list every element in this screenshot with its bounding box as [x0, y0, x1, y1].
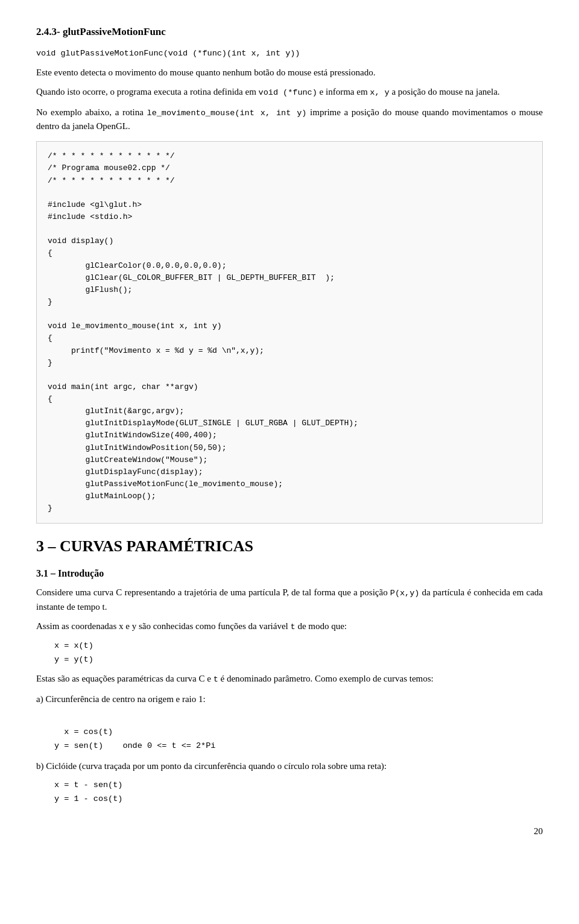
func-signature-code: void glutPassiveMotionFunc(void (*func)(… [36, 49, 300, 58]
para2-end: a posição do mouse na janela. [390, 87, 500, 97]
example-b-eq: x = t - sen(t) y = 1 - cos(t) [54, 779, 543, 806]
section31-para3-start: Estas são as equações paramétricas da cu… [36, 674, 214, 683]
para3: No exemplo abaixo, a rotina le_movimento… [36, 106, 543, 133]
para3-start: No exemplo abaixo, a rotina [36, 107, 147, 117]
example-a-condition-code: 0 <= t <= 2*Pi [147, 741, 215, 750]
example-a-eq: x = cos(t) y = sen(t) onde 0 <= t <= 2*P… [54, 712, 543, 753]
section31-para1-start: Considere uma curva C representando a tr… [36, 587, 390, 597]
section31-para2: Assim as coordenadas x e y são conhecida… [36, 619, 543, 633]
section31-para3-end: é denominado parâmetro. Como exemplo de … [218, 674, 434, 683]
section31-para3: Estas são as equações paramétricas da cu… [36, 672, 543, 686]
section-243-title: 2.4.3- glutPassiveMotionFunc [36, 24, 543, 40]
section31-title: 3.1 – Introdução [36, 566, 543, 581]
section31-para1-code: P(x,y) [390, 589, 420, 598]
func-signature-para: void glutPassiveMotionFunc(void (*func)(… [36, 46, 543, 60]
section31-para1: Considere uma curva C representando a tr… [36, 586, 543, 613]
example-a-label: a) Circunferência de centro na origem e … [36, 692, 543, 706]
example-a-condition-start: onde [122, 741, 147, 750]
section31-para3-code: t [214, 675, 218, 684]
para2-mid: e informa em [317, 87, 370, 97]
section31-para2-end: de modo que: [296, 621, 347, 631]
para2-start: Quando isto ocorre, o programa executa a… [36, 87, 259, 97]
section31-para2-start: Assim as coordenadas x e y são conhecida… [36, 621, 291, 631]
code-block: /* * * * * * * * * * * * */ /* Programa … [36, 141, 543, 524]
para3-code: le_movimento_mouse(int x, int y) [147, 109, 307, 118]
parametric-eq1: x = x(t) y = y(t) [54, 639, 543, 667]
chapter3-title: 3 – CURVAS PARAMÉTRICAS [36, 534, 543, 558]
para2-code2: x, y [370, 88, 389, 97]
example-b-label: b) Ciclóide (curva traçada por um ponto … [36, 759, 543, 773]
example-a-eq-text: x = cos(t) y = sen(t) onde 0 <= t <= 2*P… [54, 727, 215, 750]
para1: Este evento detecta o movimento do mouse… [36, 66, 543, 80]
page-number: 20 [36, 824, 543, 838]
para2: Quando isto ocorre, o programa executa a… [36, 85, 543, 99]
section31-para2-code: t [291, 622, 296, 631]
para2-code1: void (*func) [259, 88, 317, 97]
